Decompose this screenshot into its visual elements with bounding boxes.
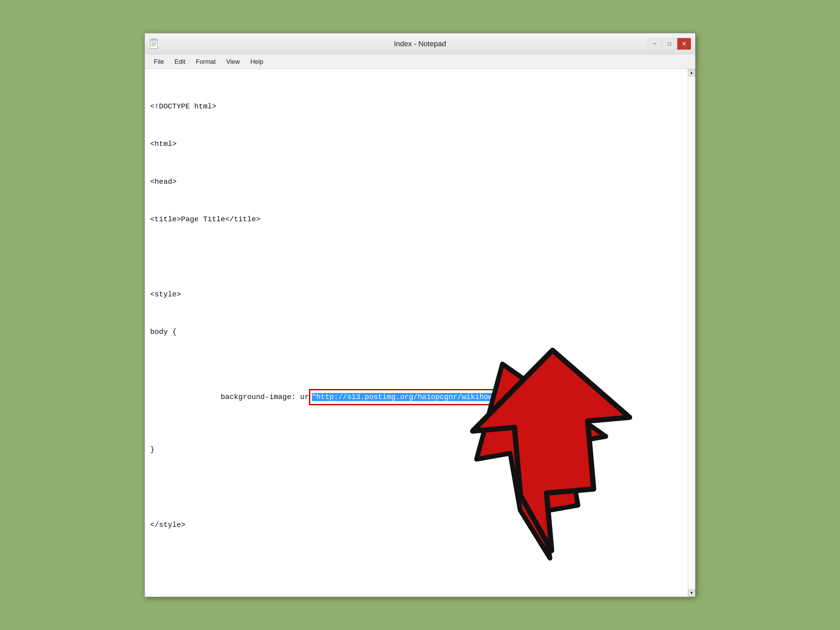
menu-item-edit[interactable]: Edit <box>170 57 190 67</box>
code-line-3: <head> <box>150 175 682 188</box>
code-prefix-8: background-image: ur <box>185 393 309 401</box>
title-bar: Index - Notepad − □ ✕ <box>145 33 695 54</box>
code-line-9: } <box>150 444 682 456</box>
title-bar-controls: − □ ✕ <box>648 38 691 50</box>
notepad-app-icon <box>149 39 159 49</box>
minimize-button[interactable]: − <box>648 38 662 50</box>
svg-rect-6 <box>153 39 155 40</box>
code-line-1: <!DOCTYPE html> <box>150 100 682 113</box>
window-title: Index - Notepad <box>394 39 446 48</box>
scrollbar-track[interactable] <box>688 76 695 589</box>
url-selected-text: "http://s13.postimg.org/ha1opcgnr/wikiho… <box>312 393 524 401</box>
scroll-up-arrow[interactable]: ▲ <box>688 69 695 76</box>
code-line-6: <style> <box>150 288 682 301</box>
menu-item-view[interactable]: View <box>221 57 245 67</box>
code-line-4: <title>Page Title</title> <box>150 213 682 226</box>
maximize-button[interactable]: □ <box>663 38 676 50</box>
code-line-5 <box>150 251 682 263</box>
menu-item-file[interactable]: File <box>149 57 169 67</box>
menu-item-help[interactable]: Help <box>246 57 268 67</box>
code-line-7: body { <box>150 326 682 338</box>
code-line-13: </head> I <box>150 594 682 597</box>
code-line-10 <box>150 481 682 494</box>
close-button[interactable]: ✕ <box>677 38 691 50</box>
code-line-12 <box>150 556 682 569</box>
code-line-2: <html> <box>150 138 682 150</box>
code-line-11: </style> <box>150 519 682 531</box>
editor-area[interactable]: <!DOCTYPE html> <html> <head> <title>Pag… <box>145 69 695 597</box>
url-highlight-box: "http://s13.postimg.org/ha1opcgnr/wikiho… <box>309 389 527 405</box>
title-bar-left <box>149 39 159 49</box>
scroll-down-arrow[interactable]: ▼ <box>688 589 695 597</box>
menu-item-format[interactable]: Format <box>191 57 221 67</box>
menu-bar: File Edit Format View Help <box>145 54 695 69</box>
notepad-window: Index - Notepad − □ ✕ File Edit Format V… <box>144 33 696 597</box>
editor-content[interactable]: <!DOCTYPE html> <html> <head> <title>Pag… <box>145 69 688 597</box>
code-line-8: background-image: ur"http://s13.postimg.… <box>150 376 682 418</box>
scrollbar-vertical[interactable]: ▲ ▼ <box>688 69 695 597</box>
